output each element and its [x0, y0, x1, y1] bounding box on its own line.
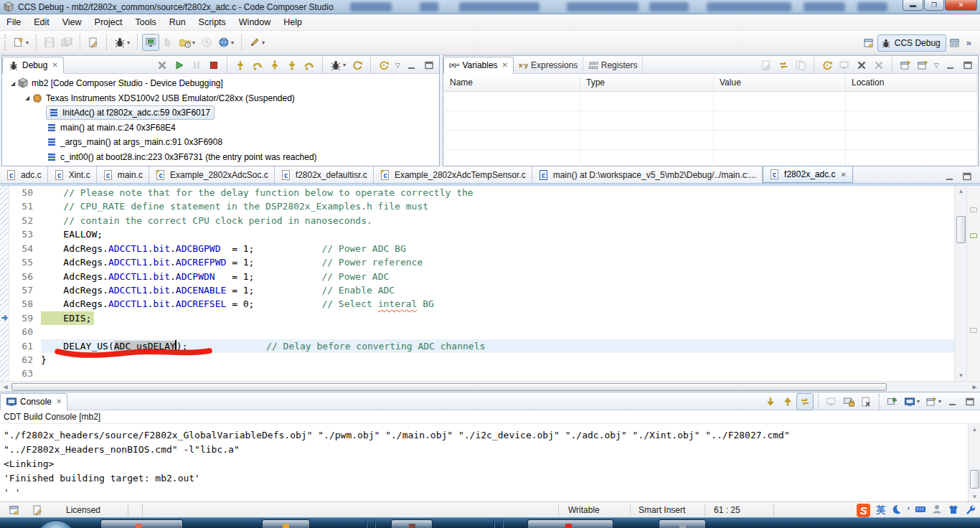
scrollbar-thumb[interactable] [970, 470, 979, 489]
table-row[interactable] [444, 131, 977, 150]
load-program-button[interactable]: ▾ [176, 34, 198, 51]
tree-expanded-icon[interactable]: ◢ [23, 95, 32, 101]
annotation-ruler[interactable] [0, 186, 9, 381]
stack-frame-row[interactable]: c_int00() at boot28.inc:223 0x3F6731 (th… [3, 150, 438, 165]
minimize-button[interactable] [944, 393, 961, 410]
maximize-button[interactable] [961, 393, 979, 410]
ime-tools-icon[interactable] [964, 504, 976, 517]
code-line-57[interactable]: AdcRegs.ADCCTL1.bit.ADCENABLE = 1; // En… [41, 283, 954, 297]
connect-target-button[interactable] [159, 34, 176, 51]
ime-fullhalf-icon[interactable] [890, 504, 902, 517]
view-menu-button[interactable]: ▽ [392, 57, 403, 74]
debug-button[interactable]: ▾ [111, 34, 133, 51]
open-console-button[interactable]: ▾ [923, 393, 944, 410]
code-editor[interactable]: 5051525354555657585960616263 // Please n… [0, 186, 980, 381]
editor-tab-example-2802xadctempsensor.c[interactable]: cExample_2802xAdcTempSensor.c [374, 166, 532, 183]
highlight-pen-button[interactable]: ▾ [246, 34, 268, 51]
menu-edit[interactable]: Edit [27, 15, 56, 29]
stack-frame-row[interactable]: main() at main.c:24 0x3F68E4 [3, 121, 438, 136]
code-line-58[interactable]: AdcRegs.ADCCTL1.bit.ADCREFSEL = 0; // Se… [41, 297, 954, 311]
tab-variables[interactable]: (x)=Variables✕ [443, 57, 514, 74]
ime-person-icon[interactable] [931, 504, 943, 517]
selected-stack-frame[interactable]: InitAdc() at f2802x_adc.c:59 0x3F6017 [46, 105, 215, 120]
editor-tab-main.c[interactable]: cmain.c [97, 166, 149, 183]
code-text[interactable]: // Please note that for the delay functi… [41, 186, 954, 381]
column-header-type[interactable]: Type [580, 75, 714, 92]
menu-project[interactable]: Project [88, 15, 129, 29]
table-row[interactable] [444, 92, 977, 111]
column-header-value[interactable]: Value [714, 75, 846, 92]
terminate-button[interactable] [205, 57, 222, 74]
tab-expressions[interactable]: x·yExpressions [514, 57, 583, 74]
ime-language-toggle[interactable]: 英 [876, 504, 885, 517]
tab-console[interactable]: Console ✕ [0, 393, 67, 410]
code-line-51[interactable]: // CPU_RATE define statement in the DSP2… [41, 199, 954, 213]
format-button[interactable] [836, 57, 853, 74]
console-scrollbar[interactable]: ▲ ▼ [968, 424, 980, 502]
step-return-button[interactable] [266, 57, 283, 74]
new-button[interactable]: ▾ [10, 34, 32, 51]
close-window-button[interactable]: ✕ [945, 0, 977, 11]
minimize-button[interactable] [942, 57, 959, 74]
ccs-debug-perspective-button[interactable]: CCS Debug [877, 34, 946, 52]
ime-keyboard-icon[interactable] [915, 504, 926, 517]
assembly-step-into-button[interactable] [283, 57, 301, 74]
menu-help[interactable]: Help [277, 15, 308, 29]
code-line-62[interactable]: } [41, 353, 954, 367]
fast-view-icon[interactable] [9, 504, 20, 516]
editor-horizontal-scrollbar[interactable]: ◀ ▶ [0, 381, 980, 392]
column-header-location[interactable]: Location [846, 75, 977, 92]
next-console-button[interactable] [762, 393, 779, 410]
close-icon[interactable]: ✕ [502, 61, 508, 69]
code-line-61[interactable]: DELAY_US(ADC_usDELAY); // Delay before c… [41, 339, 954, 353]
clear-console-button[interactable] [857, 393, 875, 410]
code-line-55[interactable]: AdcRegs.ADCCTL1.bit.ADCREFPWD = 1; // Po… [41, 255, 954, 269]
show-console-on-error-button[interactable] [840, 393, 857, 410]
open-perspective-button[interactable] [860, 34, 877, 52]
remove-button[interactable] [853, 57, 870, 74]
suspend-button[interactable] [188, 57, 205, 74]
editor-tab-example-2802xadcsoc.c[interactable]: cExample_2802xAdcSoc.c [149, 166, 275, 183]
add-watch-button[interactable] [775, 57, 792, 74]
browse-button[interactable]: ▾ [215, 34, 237, 51]
taskbar-button[interactable] [659, 519, 706, 528]
ime-skin-icon[interactable] [948, 504, 959, 517]
save-all-button[interactable] [58, 34, 75, 51]
previous-console-button[interactable] [779, 393, 796, 410]
editor-tab-f2802x-adc.c[interactable]: cf2802x_adc.c✕ [763, 166, 853, 183]
console-navigation-button[interactable] [796, 393, 814, 410]
editor-tab-adc.c[interactable]: cadc.c [0, 166, 48, 183]
debug-configurations-button[interactable]: ▾ [327, 57, 349, 74]
edit-perspective-button[interactable] [946, 34, 963, 52]
console-output[interactable]: "./f2802x_headers/source/F2802x_GlobalVa… [0, 424, 967, 502]
export-expressions-button[interactable] [914, 57, 931, 74]
edit-source-button[interactable] [85, 34, 102, 51]
new-expression-set-button[interactable] [897, 57, 914, 74]
menu-view[interactable]: View [56, 15, 88, 29]
disconnect-button[interactable] [154, 57, 171, 74]
tab-registers[interactable]: 10100101Registers [583, 57, 643, 74]
copy-variables-button[interactable] [792, 57, 809, 74]
show-type-names-button[interactable] [758, 57, 775, 74]
remove-all-button[interactable] [870, 57, 887, 74]
scrollbar-thumb[interactable] [11, 383, 887, 391]
menu-file[interactable]: File [0, 15, 27, 29]
restart-button[interactable] [349, 57, 366, 74]
minimize-window-button[interactable]: ▬ [903, 0, 923, 11]
close-icon[interactable]: ✕ [56, 397, 62, 405]
maximize-button[interactable] [420, 57, 438, 74]
code-line-60[interactable] [41, 325, 954, 339]
show-console-on-output-button[interactable] [823, 393, 840, 410]
step-into-button[interactable] [232, 57, 249, 74]
code-line-53[interactable]: EALLOW; [41, 227, 954, 241]
code-line-54[interactable]: AdcRegs.ADCCTL1.bit.ADCBGPWD = 1; // Pow… [41, 242, 954, 255]
scrollbar-thumb[interactable] [956, 216, 966, 243]
code-line-52[interactable]: // contain the correct CPU clock period … [41, 214, 954, 227]
resume-button[interactable] [171, 57, 188, 74]
pin-console-button[interactable] [884, 393, 901, 410]
code-line-56[interactable]: AdcRegs.ADCCTL1.bit.ADCPWDN = 1; // Powe… [41, 270, 954, 283]
editor-tab-xint.c[interactable]: cXint.c [48, 166, 97, 183]
tree-expanded-icon[interactable]: ◢ [9, 80, 17, 87]
restore-window-button[interactable]: ❐ [924, 0, 944, 11]
overview-ruler[interactable] [966, 186, 980, 381]
